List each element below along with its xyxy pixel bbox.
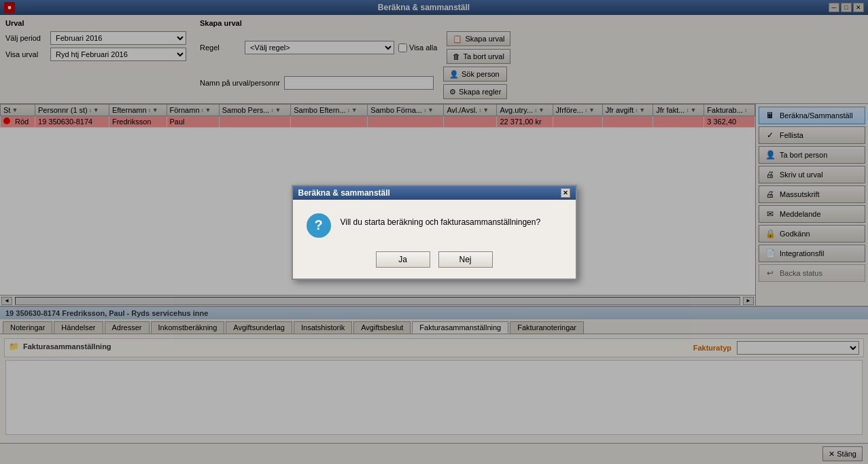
modal-message: Vill du starta beräkning och fakturasamm… (341, 213, 541, 227)
modal-yes-button[interactable]: Ja (376, 251, 430, 268)
modal-title: Beräkna & sammanställ (298, 188, 390, 198)
modal-dialog: Beräkna & sammanställ ✕ ? Vill du starta… (292, 185, 577, 280)
modal-overlay: Beräkna & sammanställ ✕ ? Vill du starta… (0, 0, 868, 464)
modal-title-bar: Beräkna & sammanställ ✕ (293, 186, 576, 200)
modal-no-button[interactable]: Nej (438, 251, 493, 268)
modal-question-icon: ? (307, 213, 331, 238)
modal-close-button[interactable]: ✕ (561, 188, 570, 198)
modal-buttons: Ja Nej (293, 246, 576, 279)
modal-body: ? Vill du starta beräkning och fakturasa… (293, 200, 576, 246)
